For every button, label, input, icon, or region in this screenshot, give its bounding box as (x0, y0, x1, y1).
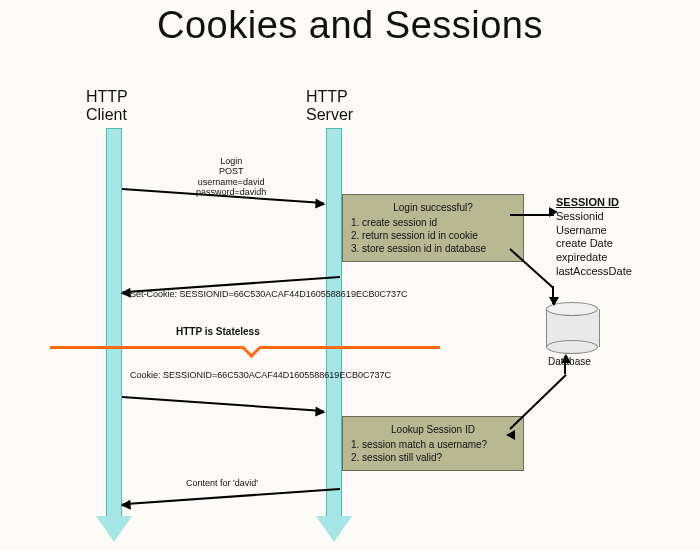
stateless-label: HTTP is Stateless (176, 326, 260, 337)
login-box: Login successful? 1. create session id 2… (342, 194, 524, 262)
cookie-request-arrow (122, 396, 324, 412)
login-box-title: Login successful? (351, 201, 515, 214)
server-lifeline (326, 128, 342, 520)
login-request-text: Login POST username=david password=david… (196, 156, 266, 197)
server-label: HTTP Server (306, 88, 353, 125)
connector-lookup-to-db-arrow-down (506, 430, 515, 440)
lookup-box: Lookup Session ID 1. session match a use… (342, 416, 524, 471)
stateless-line (50, 346, 440, 349)
session-id-header: SESSION ID (556, 196, 632, 210)
session-id-table: SESSION ID Sessionid Username create Dat… (556, 196, 632, 279)
content-response-arrow (122, 488, 340, 505)
client-lifeline (106, 128, 122, 520)
session-id-f1: Sessionid (556, 210, 632, 224)
login-box-step3: 3. store session id in database (351, 242, 515, 255)
server-lifeline-arrow (316, 516, 352, 542)
login-box-step1: 1. create session id (351, 216, 515, 229)
set-cookie-text: Set-Cookie: SESSIONID=66C530ACAF44D16055… (130, 289, 450, 299)
login-box-step2: 2. return session id in cookie (351, 229, 515, 242)
connector-login-to-sessid (510, 214, 554, 216)
content-response-text: Content for 'david' (186, 478, 258, 488)
connector-login-to-db (509, 248, 553, 288)
connector-login-to-db-arrow (552, 286, 554, 304)
session-id-f2: Username (556, 224, 632, 238)
connector-login-to-sessid-arrow (549, 207, 558, 217)
session-id-f5: lastAccessDate (556, 265, 632, 279)
lookup-box-title: Lookup Session ID (351, 423, 515, 436)
connector-lookup-to-db-arrow-up (564, 356, 566, 374)
database-icon (546, 302, 598, 350)
lookup-box-step1: 1. session match a username? (351, 438, 515, 451)
cookie-req-text: Cookie: SESSIONID=66C530ACAF44D160558861… (130, 370, 450, 380)
session-id-f4: expiredate (556, 251, 632, 265)
page-title: Cookies and Sessions (0, 4, 700, 47)
client-lifeline-arrow (96, 516, 132, 542)
client-label: HTTP Client (86, 88, 128, 125)
lookup-box-step2: 2. session still valid? (351, 451, 515, 464)
session-id-f3: create Date (556, 237, 632, 251)
connector-lookup-to-db (509, 374, 566, 430)
